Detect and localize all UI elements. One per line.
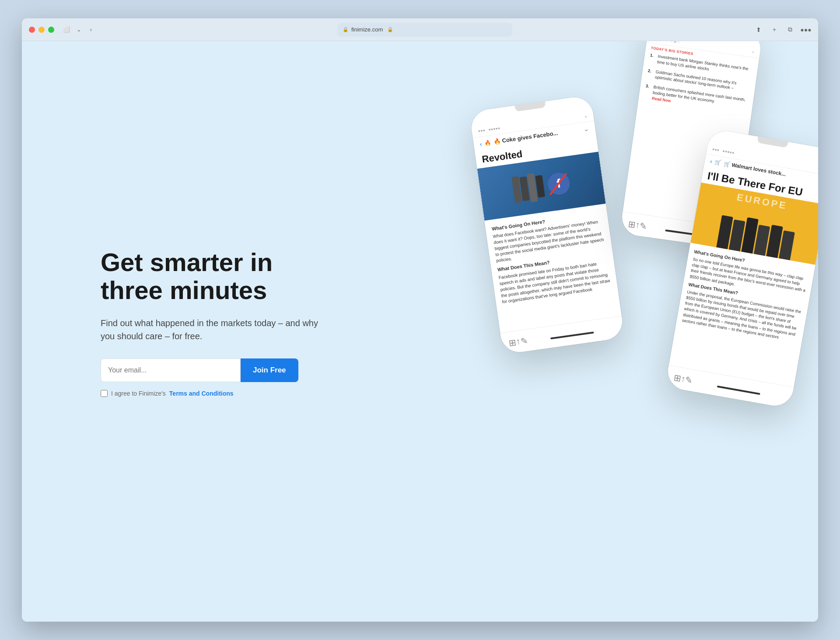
close-button[interactable] bbox=[29, 27, 35, 33]
hero-subtitle: Find out what happened in the markets to… bbox=[101, 317, 328, 343]
titlebar: ⬜ ⌄ ‹ 🔒 finimize.com 🔒 ⬆ ＋ ⧉ ●●● bbox=[22, 18, 818, 41]
phone1-edit-icon[interactable]: ✎ bbox=[520, 335, 528, 346]
phone1-back-icon: ‹ bbox=[480, 140, 483, 147]
signup-form: Join Free bbox=[101, 358, 328, 382]
join-free-button[interactable]: Join Free bbox=[241, 358, 298, 382]
sidebar-toggle-area: ⬜ ⌄ ‹ bbox=[61, 25, 96, 34]
chevron-icon[interactable]: ⌄ bbox=[74, 25, 84, 34]
phone3-notch bbox=[757, 136, 788, 148]
phone3-edit-icon[interactable]: ✎ bbox=[685, 374, 694, 386]
titlebar-actions: ⬆ ＋ ⧉ ●●● bbox=[753, 24, 811, 35]
phone1-header-text: ●●● ●●●●● bbox=[478, 125, 500, 133]
share-icon[interactable]: ⬆ bbox=[753, 24, 764, 35]
minimize-button[interactable] bbox=[38, 27, 45, 33]
sidebar-icon[interactable]: ⬜ bbox=[61, 25, 72, 34]
more-icon[interactable]: ●●● bbox=[801, 24, 811, 35]
phone2-story-num-1: 1. bbox=[650, 52, 656, 59]
phone-notch bbox=[514, 101, 546, 112]
phone3-emoji: 🛒 bbox=[714, 159, 722, 166]
phone1-header-dots: ⌄ bbox=[583, 113, 587, 118]
phone2-story-num-3: 3. bbox=[645, 83, 651, 90]
tabs-icon[interactable]: ⧉ bbox=[785, 24, 795, 35]
hero-title: Get smarter in three minutes bbox=[101, 248, 328, 304]
phone2-story-num-2: 2. bbox=[648, 68, 654, 74]
phone-mockup-1: ●●● ●●●●● ⌄ ‹ 🔥 🔥 Coke gives Facebo... ⌄… bbox=[469, 95, 624, 355]
address-bar-wrap: 🔒 finimize.com 🔒 bbox=[105, 23, 745, 37]
maximize-button[interactable] bbox=[48, 27, 54, 33]
phone1-emoji: 🔥 bbox=[484, 139, 491, 146]
terms-link[interactable]: Terms and Conditions bbox=[169, 390, 234, 397]
traffic-lights bbox=[29, 27, 54, 33]
email-input[interactable] bbox=[101, 358, 241, 382]
phone1-home-indicator bbox=[550, 331, 594, 339]
privacy-icon: 🔒 bbox=[387, 27, 393, 32]
terms-checkbox[interactable] bbox=[101, 390, 108, 397]
phones-area: ●●● ●●●●● ⌄ ‹ 🔥 🔥 Coke gives Facebo... ⌄… bbox=[442, 41, 818, 531]
browser-window: ⬜ ⌄ ‹ 🔒 finimize.com 🔒 ⬆ ＋ ⧉ ●●● Get sma… bbox=[22, 18, 818, 622]
hero-section: Get smarter in three minutes Find out wh… bbox=[101, 248, 328, 397]
terms-row: I agree to Finimize's Terms and Conditio… bbox=[101, 390, 328, 397]
phone2-edit-icon[interactable]: ✎ bbox=[639, 220, 648, 231]
back-icon[interactable]: ‹ bbox=[86, 25, 96, 34]
phone1-nav-dots: ⌄ bbox=[583, 125, 590, 134]
url-text: finimize.com bbox=[351, 26, 383, 33]
phone3-back-icon: ‹ bbox=[710, 157, 713, 165]
phone-screen-1: ●●● ●●●●● ⌄ ‹ 🔥 🔥 Coke gives Facebo... ⌄… bbox=[471, 109, 622, 333]
phone2-preview: you go on, g... bbox=[652, 41, 680, 43]
phone2-header-chevron: ⌄ bbox=[751, 49, 755, 54]
lock-icon: 🔒 bbox=[343, 27, 349, 32]
phone1-body: What's Going On Here? What does Facebook… bbox=[484, 204, 618, 310]
address-bar[interactable]: 🔒 finimize.com 🔒 bbox=[337, 23, 512, 37]
phone3-preview: ●●● ●●●●● bbox=[712, 146, 735, 155]
page-content: Get smarter in three minutes Find out wh… bbox=[22, 41, 818, 622]
new-tab-icon[interactable]: ＋ bbox=[769, 24, 780, 35]
phone3-home-indicator bbox=[717, 385, 760, 394]
terms-text: I agree to Finimize's bbox=[111, 390, 166, 397]
